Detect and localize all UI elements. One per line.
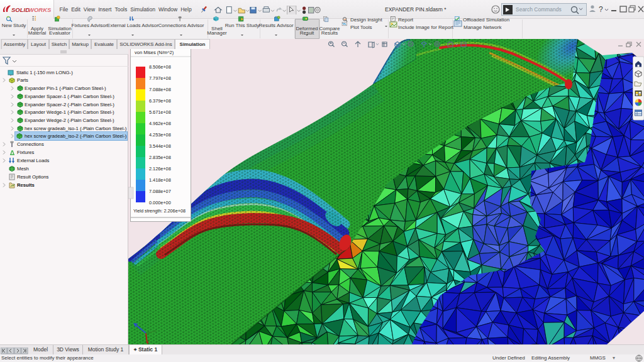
svg-text:WORKS: WORKS [28,6,52,13]
svg-text:6.379e+08: 6.379e+08 [149,98,171,104]
svg-text:1.418e+08: 1.418e+08 [149,177,171,183]
svg-text:4.253e+08: 4.253e+08 [149,132,171,138]
svg-text:Yield strength: 2.206e+08: Yield strength: 2.206e+08 [133,208,186,214]
svg-text:7.088e+07: 7.088e+07 [149,189,171,194]
svg-text:0.000e+00: 0.000e+00 [149,200,171,206]
svg-text:?: ? [599,5,603,14]
svg-text:SOLID: SOLID [11,6,30,13]
svg-text:2.126e+08: 2.126e+08 [149,166,171,172]
svg-text:3.544e+08: 3.544e+08 [149,143,171,149]
svg-text:7.088e+08: 7.088e+08 [149,87,171,92]
svg-text:8.506e+08: 8.506e+08 [149,64,171,70]
svg-text:5.671e+08: 5.671e+08 [149,109,171,115]
svg-text:von Mises (N/m^2): von Mises (N/m^2) [135,50,174,55]
svg-text:2.835e+08: 2.835e+08 [149,155,171,160]
svg-text:4.962e+08: 4.962e+08 [149,121,171,126]
svg-text:7.797e+08: 7.797e+08 [149,75,171,81]
